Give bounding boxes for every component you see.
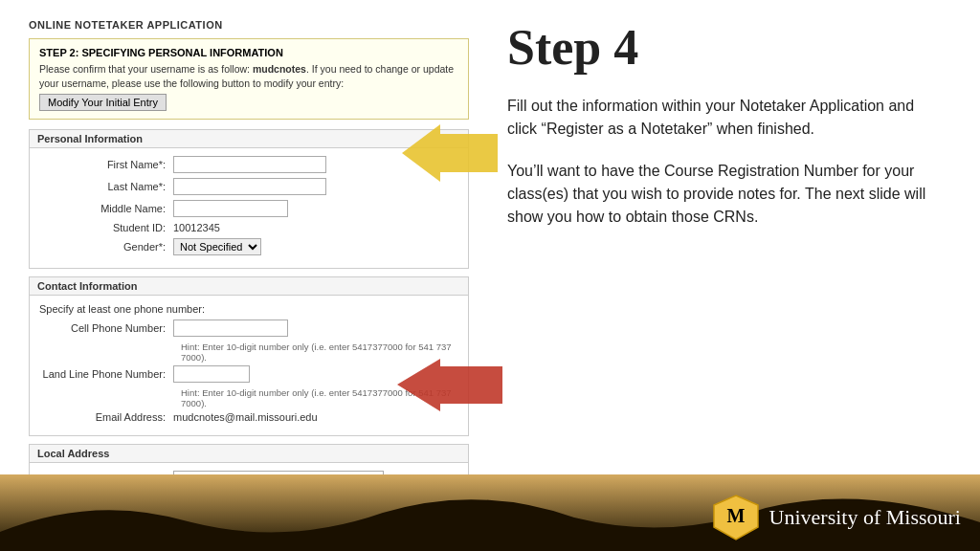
middle-name-row: Middle Name: xyxy=(39,200,458,217)
last-name-label: Last Name*: xyxy=(39,181,173,192)
gender-select[interactable]: Not Specified Male Female xyxy=(173,238,261,255)
step-heading: Step 4 xyxy=(507,19,947,76)
step-paragraph2: You’ll want to have the Course Registrat… xyxy=(507,160,947,229)
step2-title: STEP 2: SPECIFYING PERSONAL INFORMATION xyxy=(39,47,458,58)
middle-name-label: Middle Name: xyxy=(39,203,173,214)
page-title: ONLINE NOTETAKER APPLICATION xyxy=(29,19,469,31)
modify-btn[interactable]: Modify Your Initial Entry xyxy=(39,94,167,111)
tiger-shield-icon: M xyxy=(712,494,760,541)
last-name-row: Last Name*: xyxy=(39,178,458,195)
left-panel: ONLINE NOTETAKER APPLICATION STEP 2: SPE… xyxy=(29,19,469,551)
cell-input[interactable] xyxy=(173,320,288,337)
step2-banner: STEP 2: SPECIFYING PERSONAL INFORMATION … xyxy=(29,38,469,120)
cell-label: Cell Phone Number: xyxy=(39,322,173,334)
arrow-red xyxy=(397,359,502,414)
first-name-label: First Name*: xyxy=(39,159,173,170)
step2-text: Please confirm that your username is as … xyxy=(39,62,458,111)
student-id-row: Student ID: 10012345 xyxy=(39,222,458,233)
email-value: mudcnotes@mail.missouri.edu xyxy=(173,411,318,423)
student-id-label: Student ID: xyxy=(39,222,173,233)
arrow-yellow xyxy=(402,124,498,185)
univ-logo: M University of Missouri xyxy=(712,494,961,541)
land-input[interactable] xyxy=(173,365,250,383)
email-label: Email Address: xyxy=(39,411,173,423)
last-name-input[interactable] xyxy=(173,178,326,195)
first-name-row: First Name*: xyxy=(39,156,458,173)
right-panel: Step 4 Fill out the information within y… xyxy=(507,19,947,248)
specify-text: Specify at least one phone number: xyxy=(39,303,458,315)
svg-marker-1 xyxy=(397,359,502,411)
svg-marker-0 xyxy=(402,124,498,182)
gender-row: Gender*: Not Specified Male Female xyxy=(39,238,458,255)
university-name: University of Missouri xyxy=(769,505,961,530)
first-name-input[interactable] xyxy=(173,156,326,173)
middle-name-input[interactable] xyxy=(173,200,288,217)
step-paragraph1: Fill out the information within your Not… xyxy=(507,95,947,141)
student-id-value: 10012345 xyxy=(173,222,220,233)
land-row: Land Line Phone Number: xyxy=(39,365,458,383)
land-label: Land Line Phone Number: xyxy=(39,368,173,380)
svg-text:M: M xyxy=(726,505,745,526)
gender-label: Gender*: xyxy=(39,241,173,253)
local-address-header: Local Address xyxy=(30,445,468,463)
contact-info-header: Contact Information xyxy=(30,277,468,296)
cell-row: Cell Phone Number: xyxy=(39,320,458,337)
email-row: Email Address: mudcnotes@mail.missouri.e… xyxy=(39,411,458,423)
